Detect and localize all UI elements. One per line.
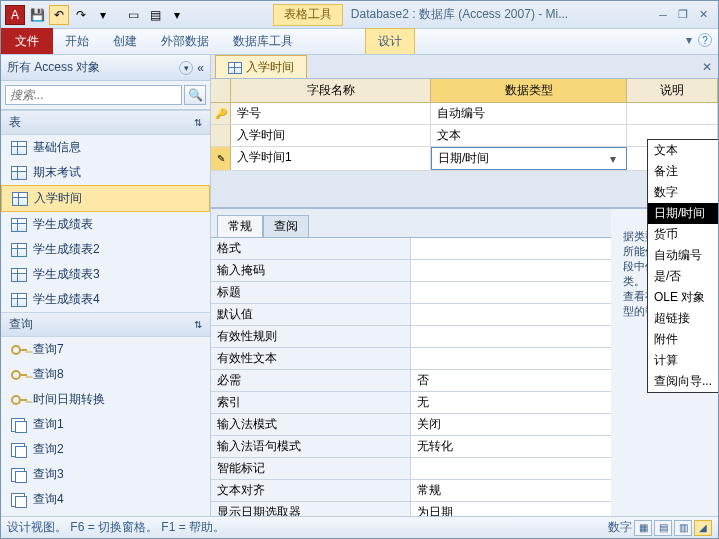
dropdown-item[interactable]: 备注 (648, 161, 718, 182)
property-row[interactable]: 输入法语句模式无转化 (211, 436, 611, 458)
dropdown-item[interactable]: OLE 对象 (648, 287, 718, 308)
data-type-dropdown[interactable]: 文本备注数字日期/时间货币自动编号是/否OLE 对象超链接附件计算查阅向导... (647, 139, 718, 393)
property-row[interactable]: 输入法模式关闭 (211, 414, 611, 436)
property-value[interactable]: 无 (411, 392, 611, 413)
qat-dd2-icon[interactable]: ▾ (167, 5, 187, 25)
tab-external[interactable]: 外部数据 (149, 29, 221, 54)
row-selector[interactable]: ✎ (211, 147, 231, 170)
row-selector[interactable]: 🔑 (211, 103, 231, 124)
property-value[interactable] (411, 238, 611, 259)
col-field-name[interactable]: 字段名称 (231, 79, 431, 102)
tab-dbtools[interactable]: 数据库工具 (221, 29, 305, 54)
prop-tab-general[interactable]: 常规 (217, 215, 263, 237)
table-item[interactable]: 学生成绩表3 (1, 262, 210, 287)
design-row[interactable]: 入学时间 文本 (211, 125, 718, 147)
table-item[interactable]: 期末考试 (1, 160, 210, 185)
view-datasheet-icon[interactable]: ▦ (634, 520, 652, 536)
property-row[interactable]: 有效性规则 (211, 326, 611, 348)
document-tab[interactable]: 入学时间 (215, 55, 307, 78)
property-row[interactable]: 智能标记 (211, 458, 611, 480)
description-cell[interactable] (627, 103, 718, 124)
restore-button[interactable]: ❐ (674, 7, 692, 23)
dropdown-item[interactable]: 是/否 (648, 266, 718, 287)
save-icon[interactable]: 💾 (27, 5, 47, 25)
query-item[interactable]: 时间日期转换 (1, 387, 210, 412)
view2-icon[interactable]: ▤ (145, 5, 165, 25)
property-value[interactable]: 否 (411, 370, 611, 391)
nav-dd-icon[interactable]: ▾ (179, 61, 193, 75)
query-item[interactable]: 查询1 (1, 412, 210, 437)
property-row[interactable]: 格式 (211, 238, 611, 260)
dropdown-item[interactable]: 日期/时间 (648, 203, 718, 224)
table-item[interactable]: 学生成绩表2 (1, 237, 210, 262)
query-item[interactable]: 查询3 (1, 462, 210, 487)
field-name-cell[interactable]: 入学时间 (231, 125, 431, 146)
nav-group-tables[interactable]: 表 ⇅ (1, 110, 210, 135)
redo-icon[interactable]: ↷ (71, 5, 91, 25)
dropdown-item[interactable]: 超链接 (648, 308, 718, 329)
dropdown-arrow-icon[interactable]: ▾ (606, 152, 620, 166)
property-value[interactable]: 关闭 (411, 414, 611, 435)
field-name-cell[interactable]: 入学时间1 (231, 147, 431, 170)
view-design-icon[interactable]: ◢ (694, 520, 712, 536)
query-item[interactable]: 查询4 (1, 487, 210, 512)
nav-group-queries[interactable]: 查询 ⇅ (1, 312, 210, 337)
property-row[interactable]: 必需否 (211, 370, 611, 392)
document-close-icon[interactable]: ✕ (696, 60, 718, 74)
prop-tab-lookup[interactable]: 查阅 (263, 215, 309, 237)
tab-design[interactable]: 设计 (365, 28, 415, 54)
help-icon[interactable]: ? (698, 33, 712, 47)
dropdown-item[interactable]: 自动编号 (648, 245, 718, 266)
dropdown-item[interactable]: 附件 (648, 329, 718, 350)
group-sort-icon[interactable]: ⇅ (194, 117, 202, 128)
query-item[interactable]: 查询2 (1, 437, 210, 462)
qat-dd-icon[interactable]: ▾ (93, 5, 113, 25)
property-row[interactable]: 输入掩码 (211, 260, 611, 282)
row-selector[interactable] (211, 125, 231, 146)
data-type-cell[interactable]: 自动编号 (431, 103, 627, 124)
table-item[interactable]: 学生成绩表 (1, 212, 210, 237)
property-value[interactable] (411, 326, 611, 347)
property-value[interactable] (411, 304, 611, 325)
dropdown-item[interactable]: 文本 (648, 140, 718, 161)
dropdown-item[interactable]: 计算 (648, 350, 718, 371)
property-row[interactable]: 标题 (211, 282, 611, 304)
property-value[interactable]: 无转化 (411, 436, 611, 457)
property-row[interactable]: 有效性文本 (211, 348, 611, 370)
ribbon-chevron-icon[interactable]: ▾ (686, 33, 692, 47)
search-button[interactable]: 🔍 (184, 85, 206, 105)
property-value[interactable] (411, 458, 611, 479)
design-row-current[interactable]: ✎ 入学时间1 日期/时间 ▾ (211, 147, 718, 171)
property-value[interactable]: 常规 (411, 480, 611, 501)
group-sort-icon[interactable]: ⇅ (194, 319, 202, 330)
file-tab[interactable]: 文件 (1, 28, 53, 54)
property-row[interactable]: 默认值 (211, 304, 611, 326)
table-item[interactable]: 入学时间 (1, 185, 210, 212)
property-row[interactable]: 索引无 (211, 392, 611, 414)
tab-home[interactable]: 开始 (53, 29, 101, 54)
undo-icon[interactable]: ↶ (49, 5, 69, 25)
design-row[interactable]: 🔑 学号 自动编号 (211, 103, 718, 125)
dropdown-item[interactable]: 数字 (648, 182, 718, 203)
col-data-type[interactable]: 数据类型 (431, 79, 627, 102)
table-item[interactable]: 基础信息 (1, 135, 210, 160)
property-value[interactable] (411, 282, 611, 303)
property-value[interactable] (411, 260, 611, 281)
nav-header[interactable]: 所有 Access 对象 ▾ « (1, 55, 210, 81)
query-item[interactable]: 查询8 (1, 362, 210, 387)
search-input[interactable] (5, 85, 182, 105)
property-value[interactable] (411, 348, 611, 369)
dropdown-item[interactable]: 货币 (648, 224, 718, 245)
data-type-cell-active[interactable]: 日期/时间 ▾ (431, 147, 627, 170)
view-pivotchart-icon[interactable]: ▥ (674, 520, 692, 536)
view1-icon[interactable]: ▭ (123, 5, 143, 25)
table-item[interactable]: 学生成绩表4 (1, 287, 210, 312)
nav-collapse-icon[interactable]: « (197, 61, 204, 75)
minimize-button[interactable]: ─ (654, 7, 672, 23)
field-name-cell[interactable]: 学号 (231, 103, 431, 124)
data-type-cell[interactable]: 文本 (431, 125, 627, 146)
property-row[interactable]: 文本对齐常规 (211, 480, 611, 502)
query-item[interactable]: 查询7 (1, 337, 210, 362)
dropdown-item[interactable]: 查阅向导... (648, 371, 718, 392)
close-button[interactable]: ✕ (694, 7, 712, 23)
